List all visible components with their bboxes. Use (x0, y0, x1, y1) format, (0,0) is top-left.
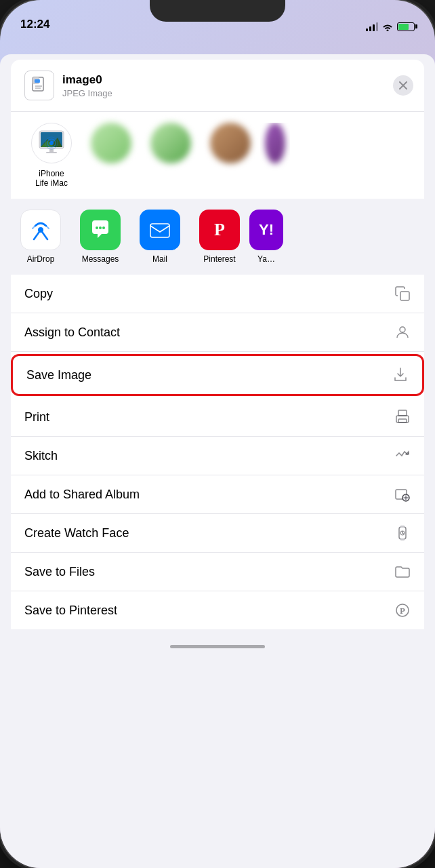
app-item-messages[interactable]: Messages (70, 210, 130, 264)
app-item-pinterest[interactable]: P Pinterest (190, 210, 249, 264)
shared-album-icon (394, 486, 411, 502)
svg-rect-4 (35, 79, 40, 83)
save-image-icon (392, 367, 409, 383)
action-save-to-files[interactable]: Save to Files (11, 553, 424, 591)
action-assign-contact[interactable]: Assign to Contact (11, 313, 424, 352)
pinterest-icon: P (199, 210, 240, 250)
yahoo-icon: Y! (249, 210, 283, 250)
svg-rect-28 (398, 419, 407, 422)
device-avatar (31, 123, 72, 163)
app-item-airdrop[interactable]: AirDrop (11, 210, 70, 264)
device-name: iPhoneLife iMac (35, 169, 68, 188)
person-avatar-1 (91, 123, 131, 163)
person-item-blurred-2[interactable] (141, 123, 201, 188)
people-section: iPhoneLife iMac (11, 112, 424, 199)
app-item-mail[interactable]: Mail (130, 210, 190, 264)
action-create-watch-face[interactable]: Create Watch Face (11, 514, 424, 553)
messages-label: Messages (82, 254, 119, 264)
share-sheet: image0 JPEG Image (0, 54, 435, 868)
person-avatar-2 (150, 123, 191, 163)
assign-contact-label: Assign to Contact (24, 326, 120, 340)
file-thumbnail-icon (30, 76, 49, 95)
svg-rect-13 (46, 152, 57, 153)
svg-rect-21 (150, 224, 169, 237)
copy-icon (394, 285, 411, 302)
skitch-label: Skitch (24, 449, 58, 463)
home-indicator (0, 635, 435, 658)
svg-point-25 (400, 327, 405, 332)
home-bar (170, 645, 265, 648)
file-icon (24, 71, 54, 100)
airdrop-icon (20, 210, 61, 250)
svg-text:Y!: Y! (259, 221, 274, 238)
status-time: 12:24 (20, 18, 49, 31)
phone-screen: 12:24 (0, 0, 435, 868)
person-avatar-4 (265, 123, 285, 163)
person-item-blurred-4[interactable] (260, 123, 290, 188)
action-copy[interactable]: Copy (11, 275, 424, 313)
close-icon (399, 81, 407, 90)
airdrop-logo (27, 216, 54, 243)
svg-point-14 (49, 141, 54, 145)
yahoo-label: Ya… (257, 254, 275, 264)
action-save-to-pinterest[interactable]: Save to Pinterest P (11, 591, 424, 629)
mail-label: Mail (152, 254, 167, 264)
folder-icon (394, 564, 411, 580)
signal-icon (366, 22, 378, 31)
action-list: Copy Assign to Contact Save (11, 275, 424, 629)
people-row: iPhoneLife iMac (22, 112, 413, 199)
svg-line-36 (402, 533, 404, 534)
svg-point-19 (99, 226, 102, 229)
file-type: JPEG Image (62, 88, 112, 98)
notch (150, 0, 285, 22)
svg-text:P: P (214, 220, 225, 239)
imac-device-icon (34, 125, 69, 161)
print-label: Print (24, 410, 49, 425)
pinterest-label: Pinterest (203, 254, 235, 264)
airdrop-label: AirDrop (27, 254, 55, 264)
device-item-imac[interactable]: iPhoneLife iMac (22, 123, 81, 188)
svg-point-18 (96, 226, 98, 229)
battery-icon (397, 22, 415, 31)
messages-logo (87, 216, 114, 243)
save-to-files-label: Save to Files (24, 565, 95, 579)
contact-icon (394, 324, 411, 340)
messages-icon (80, 210, 121, 250)
phone-frame: 12:24 (0, 0, 435, 868)
action-add-shared-album[interactable]: Add to Shared Album (11, 475, 424, 514)
app-item-yahoo[interactable]: Y! Ya… (249, 210, 283, 264)
svg-text:P: P (400, 606, 405, 616)
share-header: image0 JPEG Image (11, 60, 424, 112)
action-save-image[interactable]: Save Image (11, 354, 424, 396)
pinterest-logo: P (206, 216, 233, 243)
mail-icon (140, 210, 180, 250)
app-share-row: AirDrop Messages (0, 199, 435, 275)
svg-rect-24 (400, 292, 409, 300)
save-to-pinterest-label: Save to Pinterest (24, 604, 117, 618)
person-item-blurred-1[interactable] (81, 123, 141, 188)
file-name: image0 (62, 73, 112, 87)
action-print[interactable]: Print (11, 398, 424, 437)
copy-label: Copy (24, 287, 53, 301)
create-watch-face-label: Create Watch Face (24, 526, 129, 540)
svg-rect-37 (400, 526, 405, 528)
save-image-label: Save Image (26, 368, 91, 382)
action-skitch[interactable]: Skitch (11, 437, 424, 475)
file-info: image0 JPEG Image (62, 73, 112, 98)
person-avatar-3 (210, 123, 251, 163)
wifi-icon (382, 22, 393, 31)
print-icon (394, 409, 411, 425)
svg-point-20 (102, 226, 105, 229)
watch-face-icon (394, 525, 411, 541)
yahoo-logo: Y! (253, 216, 280, 243)
pinterest-action-icon: P (394, 602, 411, 618)
status-icons (366, 22, 415, 31)
person-item-blurred-3[interactable] (201, 123, 260, 188)
svg-rect-26 (398, 410, 407, 416)
mail-logo (146, 216, 173, 243)
svg-rect-38 (400, 538, 405, 540)
add-shared-album-label: Add to Shared Album (24, 488, 140, 502)
close-button[interactable] (393, 75, 413, 96)
skitch-icon (394, 448, 411, 464)
